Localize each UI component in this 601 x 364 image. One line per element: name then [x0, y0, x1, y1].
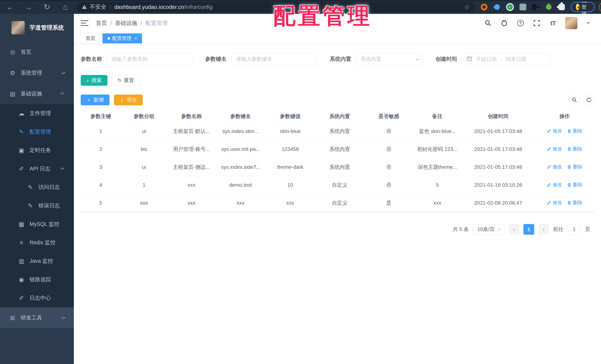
table-cell: 否 [364, 140, 413, 158]
reset-button[interactable]: ↻ 重置 [112, 75, 140, 86]
sidebar: 芋道管理系统 ◎首页⚙系统管理▤基础设施☁文件管理✎配置管理▣定时任务✐API … [0, 14, 74, 364]
extensions-puzzle-icon[interactable] [558, 3, 566, 11]
page-size-select[interactable]: 10条/页 [473, 224, 505, 235]
delete-link[interactable]: 删除 [567, 164, 582, 170]
actions-cell: 修改删除 [535, 176, 594, 194]
tab-close-icon[interactable]: × [134, 36, 137, 41]
table-cell: 初始化密码 123... [413, 140, 461, 158]
edit-link[interactable]: 修改 [547, 200, 562, 206]
delete-link[interactable]: 删除 [567, 146, 582, 152]
sidebar-item-label: 访问日志 [38, 183, 60, 191]
browser-home-icon[interactable]: ⌂ [61, 3, 70, 11]
dashboard-icon: ◎ [9, 49, 17, 56]
app-logo-row[interactable]: 芋道管理系统 [0, 14, 74, 41]
edit-link[interactable]: 修改 [547, 182, 562, 188]
sidebar-item[interactable]: ▥Java 监控 [0, 252, 74, 270]
table-cell: xxx [216, 194, 266, 212]
security-label[interactable]: 不安全 [90, 3, 106, 11]
search-icon[interactable] [484, 19, 492, 27]
sidebar-item[interactable]: ▤基础设施 [0, 83, 74, 104]
sidebar-item[interactable]: ⚙系统管理 [0, 62, 74, 83]
sidebar-item[interactable]: ⊞研发工具 [0, 307, 74, 328]
table-row[interactable]: 41xxxdemo.test10自定义否52021-01-19 03:10:26… [81, 176, 594, 194]
sidebar-item[interactable]: ≡Redis 监控 [0, 233, 74, 252]
help-icon[interactable]: ? [516, 19, 525, 27]
sidebar-item[interactable]: ✐API 日志 [0, 160, 74, 178]
user-avatar[interactable] [565, 17, 577, 29]
user-menu-caret-icon[interactable] [587, 22, 590, 24]
edit-link[interactable]: 修改 [547, 146, 562, 152]
tab-home[interactable]: 首页 [81, 33, 100, 43]
breadcrumb-item[interactable]: 首页 [96, 19, 107, 27]
search-button-icon: ⌕ [86, 78, 89, 83]
param-key-placeholder: 请输入参数键名 [236, 56, 272, 63]
extension-green-check-icon[interactable]: ✓ [506, 3, 514, 11]
delete-link[interactable]: 删除 [567, 200, 582, 206]
sidebar-item-label: MySQL 监控 [30, 221, 60, 228]
tab-config-management[interactable]: 配置管理 × [102, 33, 142, 43]
extension-sprout-icon[interactable] [545, 3, 553, 11]
github-icon[interactable] [500, 19, 508, 27]
sidebar-item[interactable]: ◎首页 [0, 41, 74, 62]
sidebar-item[interactable]: ✎访问日志 [0, 178, 74, 196]
edit-label: 修改 [553, 182, 562, 188]
search-button[interactable]: ⌕ 搜索 [81, 75, 108, 86]
column-header: 操作 [535, 111, 594, 122]
sidebar-item[interactable]: ✐日志中心 [0, 289, 74, 307]
breadcrumb-item[interactable]: 基础设施 [115, 19, 137, 27]
sidebar-item[interactable]: ✎错误日志 [0, 196, 74, 215]
delete-link[interactable]: 删除 [567, 182, 582, 188]
table-row[interactable]: 5xxxxxxxxxxxx自定义是xxx2021-02-09 20:06:47修… [81, 194, 594, 212]
export-button[interactable]: ⭳ 导出 [114, 95, 143, 105]
system-builtin-select[interactable]: 系统内置 [356, 53, 423, 65]
sidebar-item-label: 配置管理 [30, 128, 51, 136]
font-size-icon[interactable]: tT [549, 19, 557, 27]
menu-collapse-icon[interactable] [81, 20, 89, 26]
next-page-button[interactable]: › [538, 224, 549, 235]
table-row[interactable]: 3ui主框架页-侧边...sys.index.sideT...theme-dar… [81, 158, 594, 176]
current-page-button[interactable]: 1 [523, 224, 534, 235]
extension-pin-icon[interactable] [493, 3, 501, 11]
table-row[interactable]: 1ui主框架页-默认...sys.index.skin...skin-blue系… [81, 122, 594, 140]
table-cell: sys.user.init-pa... [216, 140, 266, 158]
table-cell: 主框架页-默认... [167, 122, 216, 140]
edit-link[interactable]: 修改 [547, 164, 562, 170]
goto-page-input[interactable] [567, 224, 581, 235]
sidebar-item[interactable]: ▣定时任务 [0, 141, 74, 160]
toggle-search-button[interactable] [569, 95, 580, 105]
column-header: 参数键名 [216, 111, 266, 122]
paused-extension-badge[interactable]: 已暂停 [571, 2, 595, 12]
browser-reload-icon[interactable]: ↻ [42, 2, 51, 11]
extension-orange-icon[interactable] [480, 3, 488, 11]
extension-grid-icon[interactable] [519, 3, 527, 11]
sidebar-item[interactable]: ✎配置管理 [0, 123, 74, 141]
table-cell: xxx [413, 194, 461, 212]
param-name-input[interactable]: 请输入参数名称 [107, 53, 193, 65]
table-cell: 用户管理-账号... [167, 140, 216, 158]
table-cell: 主框架页-侧边... [167, 158, 216, 176]
fullscreen-icon[interactable] [533, 19, 541, 27]
param-key-input[interactable]: 请输入参数键名 [231, 53, 317, 65]
extension-on-badge-icon[interactable]: on [532, 3, 540, 11]
start-date-placeholder: 开始日期 [476, 56, 497, 63]
sidebar-item[interactable]: ◉链路追踪 [0, 270, 74, 289]
log-center-icon: ✐ [17, 294, 25, 302]
sidebar-item-label: Java 监控 [30, 257, 53, 265]
table-cell: 1 [81, 122, 121, 140]
date-range-picker[interactable]: 开始日期 - 结束日期 [462, 53, 551, 65]
sidebar-item[interactable]: ▦MySQL 监控 [0, 215, 74, 233]
address-bar[interactable]: 不安全 | dashboard.yudao.iocoder.cn/infra/c… [76, 2, 475, 12]
add-button[interactable]: ＋ 新增 [81, 95, 110, 105]
bookmark-star-icon[interactable]: ☆ [464, 3, 470, 11]
delete-link[interactable]: 删除 [567, 128, 582, 134]
browser-update-button[interactable]: 更新 [599, 2, 601, 12]
table-cell: 2021-01-05 17:03:48 [461, 158, 535, 176]
refresh-table-button[interactable] [583, 95, 594, 105]
prev-page-button[interactable]: ‹ [509, 224, 519, 235]
edit-link[interactable]: 修改 [547, 128, 562, 134]
sidebar-item[interactable]: ☁文件管理 [0, 104, 74, 123]
browser-back-icon[interactable]: ← [6, 3, 14, 11]
table-cell: 否 [364, 176, 413, 194]
table-row[interactable]: 2biz用户管理-账号...sys.user.init-pa...123456系… [81, 140, 594, 158]
browser-forward-icon[interactable]: → [24, 3, 33, 11]
